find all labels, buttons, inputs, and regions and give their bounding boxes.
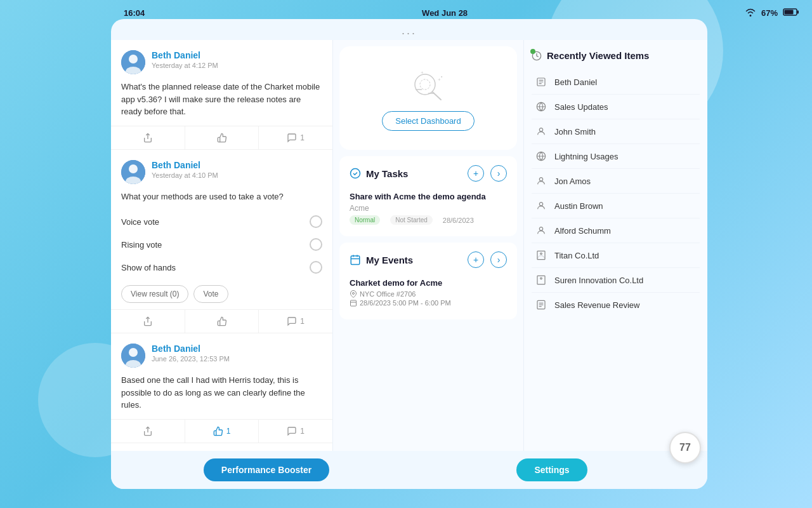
expand-events-button[interactable]: › <box>490 251 507 268</box>
comment-count: 1 <box>300 317 304 326</box>
svg-point-28 <box>353 293 355 295</box>
svg-text:+: + <box>421 70 424 76</box>
chat-text: What's the planned release date of the C… <box>121 81 322 118</box>
float-badge[interactable]: 77 <box>669 432 701 464</box>
recent-label: Austin Brown <box>554 201 603 211</box>
comment-count: 1 <box>300 427 304 436</box>
person-icon <box>534 174 548 188</box>
chat-time: June 26, 2023, 12:53 PM <box>152 355 322 363</box>
recent-item-9[interactable]: Sales Revenue Review <box>532 293 700 317</box>
recent-item-5[interactable]: Austin Brown <box>532 194 700 218</box>
recent-item-7[interactable]: Titan Co.Ltd <box>532 243 700 268</box>
chat-message: Beth Daniel Yesterday at 4:12 PM What's … <box>111 40 332 150</box>
tasks-icon <box>350 168 361 179</box>
tasks-title: My Tasks <box>366 168 408 179</box>
recent-item-8[interactable]: Suren Innovation Co.Ltd <box>532 268 700 293</box>
task-company: Acme <box>350 204 507 213</box>
expand-tasks-button[interactable]: › <box>490 165 507 182</box>
wifi-icon <box>745 8 756 18</box>
middle-panel: + + • Select Dashboard My Tasks + <box>333 40 523 451</box>
svg-rect-29 <box>351 300 357 306</box>
recent-label: Sales Revenue Review <box>554 300 639 310</box>
building-icon <box>534 248 548 262</box>
events-title: My Events <box>366 255 413 265</box>
poll-radio[interactable] <box>310 215 322 228</box>
svg-point-15 <box>415 74 435 95</box>
poll-option-label: Voice vote <box>121 217 159 227</box>
poll-option-label: Rising vote <box>121 240 162 250</box>
settings-button[interactable]: Settings <box>516 458 587 481</box>
poll-option-2: Rising vote <box>121 233 322 256</box>
recent-item-6[interactable]: Alford Schumm <box>532 218 700 243</box>
view-result-button[interactable]: View result (0) <box>121 285 188 303</box>
comment-count: 1 <box>300 133 304 142</box>
recent-item-4[interactable]: Jon Amos <box>532 169 700 194</box>
globe-icon <box>534 100 548 114</box>
recent-item-1[interactable]: Sales Updates <box>532 95 700 119</box>
svg-rect-2 <box>784 10 793 14</box>
doc-icon <box>534 298 548 312</box>
location-icon <box>350 290 357 298</box>
chat-message-4: Beth Daniel <box>111 443 332 451</box>
svg-rect-44 <box>537 251 545 259</box>
share-button[interactable] <box>111 126 185 149</box>
recent-label: Suren Innovation Co.Ltd <box>554 276 643 285</box>
svg-point-45 <box>540 253 542 255</box>
recent-item-3[interactable]: Lightning Usages <box>532 144 700 169</box>
poll-radio[interactable] <box>310 261 322 274</box>
vote-button[interactable]: Vote <box>193 285 228 303</box>
chat-text: Based one the call I had with Herris tod… <box>121 374 322 411</box>
svg-point-38 <box>539 128 542 131</box>
person-icon <box>534 224 548 237</box>
task-priority: Normal <box>350 215 380 225</box>
avatar <box>121 50 145 74</box>
comment-button[interactable]: 1 <box>259 310 332 333</box>
recent-item-2[interactable]: John Smith <box>532 119 700 144</box>
chat-message-3: Beth Daniel June 26, 2023, 12:53 PM Base… <box>111 333 332 443</box>
like-button[interactable] <box>185 310 259 333</box>
avatar <box>121 160 145 184</box>
chat-actions: 1 <box>111 309 332 333</box>
svg-point-43 <box>539 227 542 231</box>
share-button[interactable] <box>111 420 185 443</box>
battery-icon <box>783 8 799 18</box>
event-location: NYC Office #2706 <box>360 290 416 298</box>
person-icon <box>534 199 548 213</box>
like-button[interactable]: 1 <box>185 420 259 443</box>
right-panel: Recently Viewed Items Beth Daniel Sales … <box>523 40 707 451</box>
recent-label: Titan Co.Ltd <box>554 251 599 260</box>
comment-button[interactable]: 1 <box>259 420 332 443</box>
event-name: Charket demo for Acme <box>350 278 507 288</box>
recent-label: Jon Amos <box>554 177 591 186</box>
poll-radio[interactable] <box>310 238 322 251</box>
recent-label: Beth Daniel <box>554 77 597 87</box>
task-status: Not Started <box>390 215 433 225</box>
add-task-button[interactable]: + <box>468 165 484 182</box>
building-icon <box>534 273 548 287</box>
svg-rect-24 <box>351 256 360 265</box>
select-dashboard-area: + + • Select Dashboard <box>339 46 517 150</box>
poll: Voice vote Rising vote Show of hands Vie… <box>121 210 322 303</box>
event-datetime: 28/6/2023 5:00 PM - 6:00 PM <box>360 299 451 307</box>
recent-label: Alford Schumm <box>554 226 611 236</box>
performance-booster-button[interactable]: Performance Booster <box>204 458 329 481</box>
main-container: ... Beth Daniel Yesterday a <box>111 19 707 489</box>
add-event-button[interactable]: + <box>468 251 484 268</box>
online-indicator <box>530 49 535 54</box>
svg-text:•: • <box>441 74 443 79</box>
chat-text: What your methods are used to take a vot… <box>121 190 322 203</box>
comment-button[interactable]: 1 <box>259 126 332 149</box>
chat-author: Beth Daniel <box>152 344 322 354</box>
select-dashboard-button[interactable]: Select Dashboard <box>382 111 474 131</box>
globe-icon <box>534 149 548 163</box>
calendar-icon <box>350 299 357 307</box>
poll-option-1: Voice vote <box>121 210 322 233</box>
chat-actions: 1 <box>111 126 332 149</box>
chat-message-poll: Beth Daniel Yesterday at 4:10 PM What yo… <box>111 150 332 334</box>
task-item: Share with Acme the demo agenda Acme Nor… <box>350 189 507 227</box>
recently-viewed-title: Recently Viewed Items <box>532 50 700 61</box>
share-button[interactable] <box>111 310 185 333</box>
like-button[interactable] <box>185 126 259 149</box>
recent-item-0[interactable]: Beth Daniel <box>532 70 700 95</box>
avatar <box>121 344 145 368</box>
